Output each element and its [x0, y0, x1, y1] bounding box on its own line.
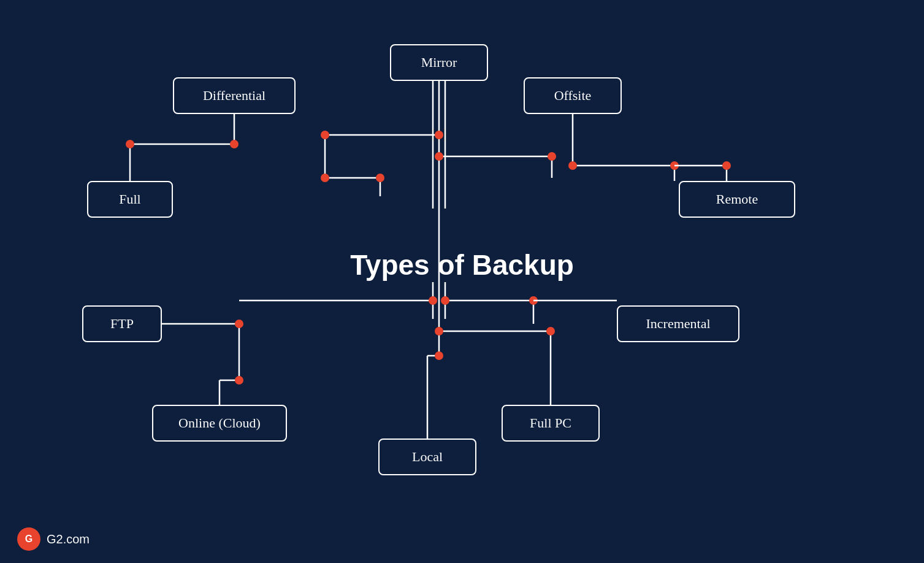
g2-logo: G G2.com: [17, 527, 90, 551]
mirror-node: Mirror: [390, 44, 488, 81]
svg-point-18: [435, 152, 443, 161]
offsite-node: Offsite: [524, 77, 622, 114]
svg-point-38: [429, 296, 437, 305]
svg-point-15: [376, 174, 384, 182]
differential-node: Differential: [173, 77, 296, 114]
local-node: Local: [378, 439, 476, 475]
svg-point-6: [321, 131, 329, 139]
svg-point-46: [435, 327, 443, 335]
svg-point-19: [548, 152, 556, 161]
online-node: Online (Cloud): [152, 405, 287, 442]
svg-point-14: [321, 174, 329, 182]
svg-point-47: [546, 327, 555, 335]
ftp-node: FTP: [82, 305, 162, 342]
svg-point-50: [435, 351, 443, 360]
svg-point-5: [435, 131, 443, 139]
g2-site: G2.com: [47, 532, 90, 546]
remote-node: Remote: [679, 181, 795, 218]
svg-point-35: [235, 320, 243, 328]
fullpc-node: Full PC: [502, 405, 600, 442]
svg-point-27: [722, 161, 731, 170]
svg-point-23: [568, 161, 577, 170]
svg-point-10: [230, 140, 239, 148]
incremental-node: Incremental: [617, 305, 739, 342]
g2-icon: G: [17, 527, 40, 551]
diagram-title: Types of Backup: [0, 248, 924, 282]
svg-point-41: [441, 296, 449, 305]
full-node: Full: [87, 181, 173, 218]
svg-point-11: [126, 140, 134, 148]
svg-point-36: [235, 376, 243, 385]
